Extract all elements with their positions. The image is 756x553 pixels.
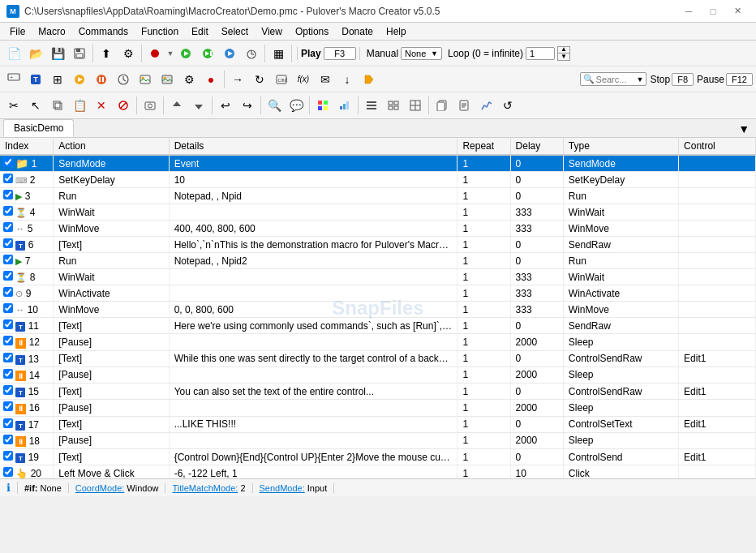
manual-dropdown-box[interactable]: None ▼ [401,47,442,60]
comment-btn[interactable]: 💬 [286,95,307,116]
coordmode-link[interactable]: CoordMode: [75,483,125,493]
table-row[interactable]: ▶ 7 Run Notepad, , Npid2 1 0 Run [0,253,756,269]
tab-basicdemo[interactable]: BasicDemo [3,119,74,137]
fx-btn[interactable]: f(x) [293,69,314,90]
table-row[interactable]: ⏳ 4 WinWait 1 333 WinWait [0,204,756,221]
play-from-button[interactable] [219,43,240,64]
table-row[interactable]: T 11 [Text] Here we're using commonly us… [0,318,756,334]
row-checkbox[interactable] [3,287,13,297]
screenshot-btn[interactable] [140,95,161,116]
table-row[interactable]: ⊙ 9 WinActivate 1 333 WinActivate [0,285,756,302]
play-circle-btn[interactable] [69,69,90,90]
mail-btn[interactable]: ✉ [315,69,336,90]
stop-key-box[interactable]: F8 [672,73,694,86]
disable-btn[interactable] [113,95,134,116]
row-checkbox[interactable] [3,451,13,461]
color-btn[interactable] [312,95,333,116]
duplicate-btn[interactable] [47,95,68,116]
select-btn[interactable]: ↖ [25,95,46,116]
row-checkbox[interactable] [3,385,13,395]
search-dropdown-icon[interactable]: ▼ [637,75,644,84]
table-row[interactable]: ⏸ 14 [Pause] 1 2000 Sleep [0,367,756,384]
table-row[interactable]: ↔ 10 WinMove 0, 0, 800, 600 1 333 WinMov… [0,302,756,318]
row-checkbox[interactable] [3,157,13,167]
table-row[interactable]: ⌨ 2 SetKeyDelay 10 1 0 SetKeyDelay [0,172,756,188]
menu-edit[interactable]: Edit [185,23,215,41]
row-checkbox[interactable] [3,401,13,411]
table-row[interactable]: ▶ 3 Run Notepad, , Npid 1 0 Run [0,188,756,204]
gear-btn2[interactable]: ⚙ [178,69,200,90]
row-checkbox[interactable] [3,336,13,345]
doc2-btn[interactable] [453,95,475,116]
saveas-button[interactable] [69,43,90,64]
play-step-button[interactable] [197,43,218,64]
redo-btn[interactable]: ↪ [237,95,258,116]
tag-btn[interactable] [359,69,380,90]
sendmode-link[interactable]: SendMode: [260,483,305,493]
settings-button[interactable]: ⚙ [118,43,139,64]
table-row[interactable]: T 13 [Text] While this one was sent dire… [0,350,756,367]
row-checkbox[interactable] [3,435,13,444]
list-btn2[interactable] [383,95,404,116]
download-btn[interactable]: ↓ [337,69,358,90]
menu-file[interactable]: File [3,23,32,41]
minimize-button[interactable]: ─ [677,3,701,19]
delete-btn[interactable]: ✕ [91,95,112,116]
table-row[interactable]: T 6 [Text] Hello`,`n`nThis is the demons… [0,237,756,253]
table-row[interactable]: T 17 [Text] ...LIKE THIS!!! 1 0 ControlS… [0,416,756,432]
row-checkbox[interactable] [3,238,13,248]
maximize-button[interactable]: □ [701,3,725,19]
table-row[interactable]: ↔ 5 WinMove 400, 400, 800, 600 1 333 Win… [0,221,756,237]
add-before-btn[interactable]: + [3,69,24,90]
text-btn[interactable]: T [25,69,46,90]
row-checkbox[interactable] [3,369,13,379]
table-row[interactable]: ⏸ 18 [Pause] 1 2000 Sleep [0,432,756,449]
loop-input[interactable] [526,47,555,60]
arrow-right-btn[interactable]: → [227,69,248,90]
row-checkbox[interactable] [3,255,13,264]
table-row[interactable]: 📁 1 SendMode Event 1 0 SendMode [0,155,756,172]
clock-btn[interactable] [113,69,134,90]
move-down-btn[interactable] [188,95,209,116]
find-btn[interactable]: 🔍 [264,95,285,116]
row-checkbox[interactable] [3,271,13,281]
pause-key-box[interactable]: F12 [726,73,753,86]
loop-down[interactable]: ▼ [557,54,570,61]
menu-commands[interactable]: Commands [72,23,135,41]
pause-circle-btn[interactable] [91,69,112,90]
record-dropdown[interactable]: ▼ [166,43,174,64]
loop-btn2[interactable]: ↻ [249,69,270,90]
table-row[interactable]: ⏳ 8 WinWait 1 333 WinWait [0,269,756,285]
search-input[interactable] [596,75,637,84]
table-row[interactable]: 👆 20 Left Move & Click -6, -122 Left, 1 … [0,465,756,479]
menu-function[interactable]: Function [135,23,185,41]
menu-donate[interactable]: Donate [335,23,380,41]
play-key-box[interactable]: F3 [324,47,356,60]
import-button[interactable]: ⬆ [96,43,117,64]
undo-btn[interactable]: ↩ [215,95,236,116]
play-button[interactable] [175,43,196,64]
record-button[interactable] [144,43,165,64]
row-checkbox[interactable] [3,206,13,216]
row-checkbox[interactable] [3,174,13,183]
close-button[interactable]: ✕ [725,3,750,19]
row-checkbox[interactable] [3,303,13,313]
titlematch-link[interactable]: TitleMatchMode: [172,483,238,493]
save-button[interactable]: 💾 [47,43,68,64]
timer-button[interactable] [241,43,262,64]
new-button[interactable]: 📄 [3,43,24,64]
table-row[interactable]: T 19 [Text] {Control Down}{End}{Control … [0,449,756,465]
row-checkbox[interactable] [3,418,13,428]
menu-view[interactable]: View [255,23,289,41]
row-checkbox[interactable] [3,353,13,362]
back-btn[interactable]: ↺ [497,95,518,116]
cut-btn[interactable]: ✂ [3,95,24,116]
table-row[interactable]: ⏸ 12 [Pause] 1 2000 Sleep [0,334,756,351]
menu-select[interactable]: Select [215,23,255,41]
list-btn3[interactable] [405,95,426,116]
menu-options[interactable]: Options [289,23,335,41]
row-checkbox[interactable] [3,190,13,199]
menu-macro[interactable]: Macro [32,23,71,41]
copy3-btn[interactable] [432,95,453,116]
chart-btn[interactable] [334,95,355,116]
